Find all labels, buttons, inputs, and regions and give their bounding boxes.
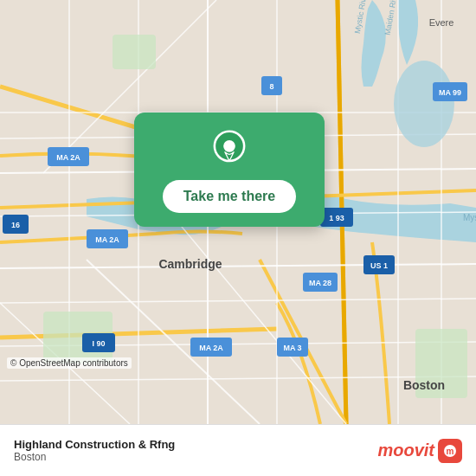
location-name: Highland Construction & Rfng xyxy=(14,438,175,451)
svg-text:8: 8 xyxy=(269,82,273,91)
svg-text:MA 2A: MA 2A xyxy=(95,235,119,244)
svg-text:MA 2A: MA 2A xyxy=(56,153,80,162)
svg-text:Boston: Boston xyxy=(403,378,445,392)
svg-text:Mys: Mys xyxy=(463,213,476,222)
svg-point-28 xyxy=(394,61,454,147)
moovit-logo-text: moovit xyxy=(377,441,434,460)
moovit-logo: moovit m xyxy=(377,439,462,463)
bottom-bar: Highland Construction & Rfng Boston moov… xyxy=(0,424,476,476)
action-card: Take me there xyxy=(134,113,325,227)
location-pin-icon xyxy=(209,130,250,171)
svg-text:MA 2A: MA 2A xyxy=(199,344,223,352)
moovit-logo-icon: m xyxy=(438,439,462,463)
svg-text:Cambridge: Cambridge xyxy=(158,257,222,271)
svg-rect-27 xyxy=(113,35,156,69)
svg-text:Evere: Evere xyxy=(429,17,454,28)
svg-text:m: m xyxy=(447,447,454,456)
svg-text:US 1: US 1 xyxy=(370,261,388,270)
svg-text:MA 3: MA 3 xyxy=(283,344,301,352)
map-copyright: © OpenStreetMap contributors xyxy=(7,357,132,369)
map-container: MA 2A MA 2A MA 2A 1 93 MA 99 MA 28 MA 3 … xyxy=(0,0,476,424)
svg-text:1 93: 1 93 xyxy=(329,214,344,222)
svg-text:16: 16 xyxy=(11,221,20,229)
svg-text:MA 28: MA 28 xyxy=(309,279,331,287)
svg-text:MA 99: MA 99 xyxy=(439,88,461,97)
location-city: Boston xyxy=(14,451,175,463)
svg-text:I 90: I 90 xyxy=(92,339,105,348)
svg-point-58 xyxy=(223,140,235,152)
location-info: Highland Construction & Rfng Boston xyxy=(14,438,175,463)
take-me-there-button[interactable]: Take me there xyxy=(163,180,296,213)
